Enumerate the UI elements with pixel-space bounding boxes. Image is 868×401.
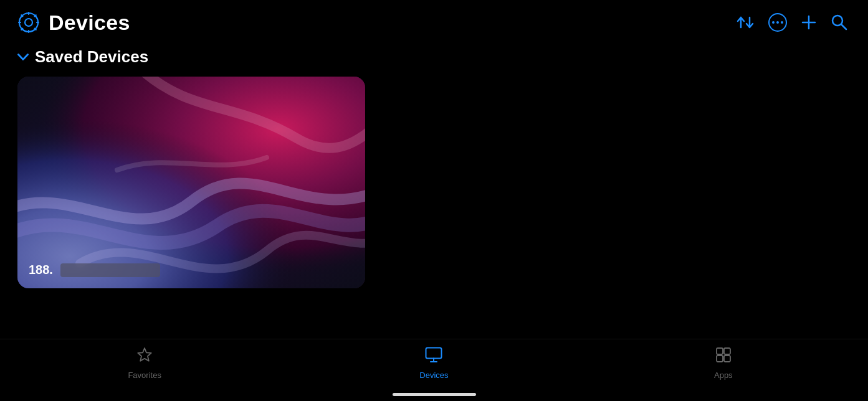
svg-rect-8 (717, 356, 723, 362)
section-header[interactable]: Saved Devices (0, 42, 868, 77)
svg-rect-7 (724, 348, 730, 354)
header-actions (736, 13, 848, 32)
svg-rect-9 (724, 356, 730, 362)
tab-favorites-label: Favorites (128, 370, 161, 380)
sort-icon[interactable] (736, 14, 755, 31)
tab-favorites[interactable]: Favorites (113, 347, 176, 380)
devices-grid: 188. (0, 77, 868, 288)
device-card[interactable]: 188. (17, 77, 365, 288)
tab-devices-label: Devices (419, 370, 448, 380)
more-icon[interactable] (768, 13, 787, 32)
monitor-icon (425, 347, 442, 367)
chevron-down-icon (17, 50, 29, 64)
device-wallpaper (17, 77, 365, 288)
home-indicator (393, 393, 476, 396)
device-name-overlay: 188. (29, 263, 160, 277)
svg-rect-5 (426, 348, 442, 359)
section-title: Saved Devices (35, 47, 148, 67)
header-left: Devices (17, 11, 130, 35)
add-icon[interactable] (801, 14, 817, 31)
device-name-blurred (60, 263, 160, 277)
tab-bar: Favorites Devices Apps (0, 339, 868, 401)
star-icon (136, 347, 153, 367)
svg-rect-4 (17, 77, 365, 288)
search-icon[interactable] (831, 14, 848, 31)
tab-apps[interactable]: Apps (692, 347, 755, 380)
app-header: Devices (0, 0, 868, 42)
apps-icon (715, 347, 732, 367)
svg-point-0 (19, 13, 38, 32)
svg-rect-6 (717, 348, 723, 354)
tab-apps-label: Apps (714, 370, 733, 380)
gear-icon[interactable] (17, 11, 40, 34)
page-title: Devices (49, 11, 130, 35)
device-name-prefix: 188. (29, 263, 53, 277)
tab-devices[interactable]: Devices (403, 347, 465, 380)
